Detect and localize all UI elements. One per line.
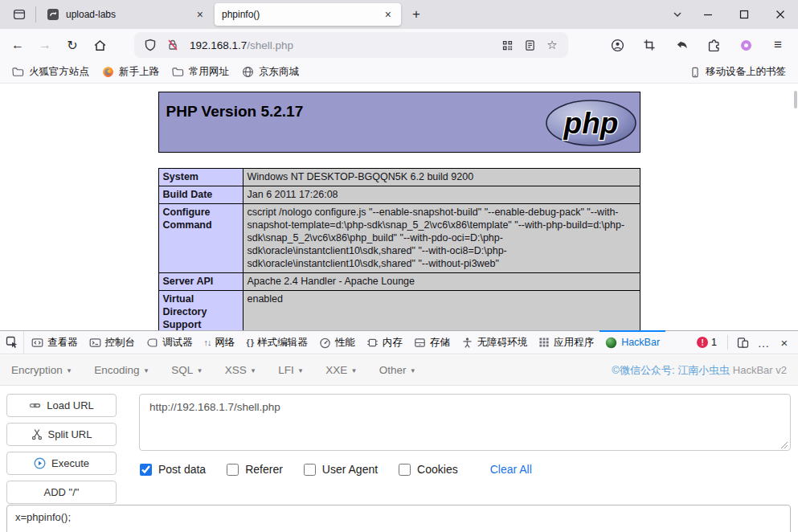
- bookmark-folder-firefox-official[interactable]: 火狐官方站点: [8, 63, 93, 81]
- devtools-meatball-menu[interactable]: …: [753, 332, 774, 353]
- new-tab-button[interactable]: +: [405, 3, 428, 26]
- menu-hamburger-icon[interactable]: ≡: [765, 33, 791, 57]
- maximize-button[interactable]: [726, 0, 762, 29]
- credit-link[interactable]: ©微信公众号: 江南小虫虫: [612, 364, 730, 376]
- folder-icon: [12, 66, 24, 78]
- row-value: cscript /nologo configure.js "--enable-s…: [243, 204, 640, 273]
- tab-close-icon[interactable]: ×: [383, 9, 394, 20]
- devtools-tab-label: 无障碍环境: [477, 336, 528, 350]
- bookmark-star-icon[interactable]: ☆: [541, 35, 563, 55]
- row-label: System: [158, 169, 243, 186]
- cookies-option[interactable]: Cookies: [399, 463, 458, 476]
- menu-other[interactable]: Other▾: [379, 364, 415, 376]
- error-count: 1: [711, 337, 717, 348]
- extensions-puzzle-icon[interactable]: [701, 33, 726, 57]
- minimize-button[interactable]: [690, 0, 726, 29]
- devtools-separator: [727, 335, 728, 350]
- devtools-tab-label: 查看器: [47, 336, 78, 350]
- url-textarea[interactable]: http://192.168.1.7/shell.php: [139, 394, 791, 451]
- qr-code-icon[interactable]: [496, 35, 518, 55]
- menu-encoding[interactable]: Encoding▾: [94, 364, 148, 376]
- option-label: Referer: [245, 463, 283, 476]
- request-options-row: Post data Referer User Agent Cookies Cle…: [140, 463, 532, 476]
- menu-label: XSS: [225, 364, 247, 376]
- reload-button[interactable]: ↻: [59, 33, 85, 57]
- responsive-design-mode-button[interactable]: [732, 332, 753, 353]
- extension-ring-icon[interactable]: [733, 33, 759, 57]
- bookmark-jd[interactable]: 京东商城: [238, 63, 303, 81]
- cookies-checkbox[interactable]: [399, 464, 411, 476]
- console-icon: [89, 337, 101, 349]
- scrollbar-thumb[interactable]: [794, 91, 797, 108]
- row-value: Windows NT DESKTOP-BGQQN5K 6.2 build 920…: [243, 169, 640, 186]
- back-button[interactable]: ←: [5, 33, 31, 57]
- mobile-bookmarks[interactable]: 移动设备上的书签: [685, 63, 790, 81]
- tab-upload-labs[interactable]: upload-labs ×: [39, 3, 213, 26]
- table-row: Build DateJan 6 2011 17:26:08: [158, 186, 640, 204]
- tab-close-icon[interactable]: ×: [194, 9, 206, 20]
- devtools-tab-style-editor[interactable]: { } 样式编辑器: [241, 331, 313, 354]
- caret-down-icon: ▾: [198, 366, 202, 374]
- devtools-tab-hackbar[interactable]: HackBar: [600, 331, 665, 354]
- tab-phpinfo-active[interactable]: phpinfo() ×: [215, 3, 401, 26]
- undo-session-icon[interactable]: [669, 33, 694, 57]
- load-url-button[interactable]: Load URL: [6, 394, 117, 417]
- reader-mode-icon[interactable]: [518, 35, 541, 55]
- resize-handle[interactable]: [780, 441, 788, 449]
- phpinfo-table: SystemWindows NT DESKTOP-BGQQN5K 6.2 bui…: [158, 168, 640, 330]
- menu-xxe[interactable]: XXE▾: [325, 364, 356, 376]
- firefox-icon: [102, 66, 114, 78]
- devtools-tab-inspector[interactable]: 查看器: [26, 331, 84, 354]
- url-bar[interactable]: 192.168.1.7/shell.php ☆: [134, 32, 568, 58]
- row-label: Virtual Directory Support: [158, 291, 243, 331]
- devtools-tab-performance[interactable]: 性能: [313, 331, 361, 354]
- referer-option[interactable]: Referer: [227, 463, 283, 476]
- url-text[interactable]: 192.168.1.7/shell.php: [190, 39, 496, 51]
- screenshot-crop-icon[interactable]: [636, 33, 662, 57]
- devtools-tab-application[interactable]: 应用程序: [533, 331, 600, 354]
- user-agent-checkbox[interactable]: [304, 464, 316, 476]
- execute-button[interactable]: Execute: [6, 452, 117, 475]
- error-badge[interactable]: ! 1: [697, 337, 717, 348]
- post-data-textarea[interactable]: x=phpinfo();: [6, 505, 791, 532]
- close-icon: [775, 9, 786, 20]
- devtools-tab-debugger[interactable]: 调试器: [141, 331, 198, 354]
- firefox-view-button[interactable]: [7, 3, 31, 26]
- referer-checkbox[interactable]: [227, 464, 239, 476]
- bookmark-folder-common-sites[interactable]: 常用网址: [168, 63, 233, 81]
- page-scrollbar[interactable]: [793, 84, 798, 330]
- insecure-lock-icon[interactable]: [162, 35, 184, 55]
- menu-encryption[interactable]: Encryption▾: [11, 364, 71, 376]
- pick-element-button[interactable]: [0, 331, 24, 354]
- bookmark-getting-started[interactable]: 新手上路: [98, 63, 163, 81]
- devtools-tab-storage[interactable]: 存储: [408, 331, 456, 354]
- menu-xss[interactable]: XSS▾: [225, 364, 256, 376]
- clear-all-link[interactable]: Clear All: [490, 463, 532, 476]
- user-agent-option[interactable]: User Agent: [304, 463, 378, 476]
- shield-icon[interactable]: [139, 35, 162, 55]
- hackbar-logo-icon: [605, 337, 617, 349]
- add-slash-button[interactable]: ADD "/": [6, 481, 117, 504]
- split-url-button[interactable]: Split URL: [6, 423, 117, 446]
- list-all-tabs-button[interactable]: [665, 3, 690, 26]
- close-window-button[interactable]: [762, 0, 798, 29]
- devtools-toolbar-right: ! 1 … ×: [697, 331, 798, 354]
- home-button[interactable]: [87, 33, 113, 57]
- account-icon[interactable]: [604, 33, 630, 57]
- globe-icon: [242, 66, 254, 78]
- option-label: Cookies: [417, 463, 458, 476]
- tab-title: upload-labs: [66, 9, 188, 20]
- devtools-tab-memory[interactable]: 内存: [361, 331, 408, 354]
- post-data-checkbox[interactable]: [140, 464, 152, 476]
- menu-label: XXE: [325, 364, 347, 376]
- menu-sql[interactable]: SQL▾: [171, 364, 202, 376]
- devtools-tab-console[interactable]: 控制台: [84, 331, 141, 354]
- devtools-close-button[interactable]: ×: [774, 332, 795, 353]
- bookmark-label: 常用网址: [189, 65, 229, 79]
- devtools-tab-network[interactable]: ↑↓ 网络: [198, 331, 241, 354]
- devtools-tab-label: 内存: [383, 336, 403, 350]
- menu-lfi[interactable]: LFI▾: [278, 364, 302, 376]
- tab-favicon: [47, 8, 59, 21]
- post-data-option[interactable]: Post data: [140, 463, 206, 476]
- devtools-tab-accessibility[interactable]: 无障碍环境: [456, 331, 534, 354]
